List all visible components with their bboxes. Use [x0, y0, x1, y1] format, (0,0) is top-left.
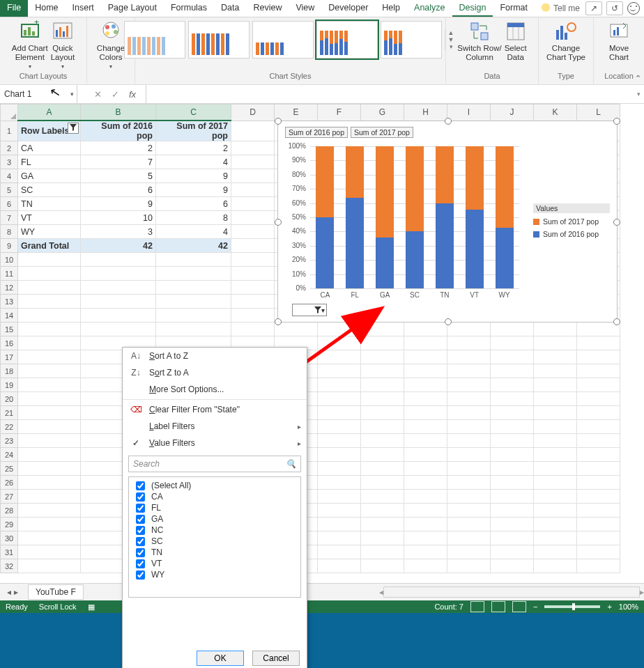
cell[interactable] [447, 323, 491, 336]
cell[interactable]: 9 [156, 169, 231, 183]
cell[interactable] [361, 545, 404, 559]
cell[interactable] [361, 323, 404, 336]
cell[interactable] [18, 281, 81, 295]
cell[interactable] [361, 336, 404, 350]
view-normal-icon[interactable] [470, 601, 484, 612]
cell[interactable]: VT [18, 211, 81, 225]
cell[interactable] [404, 434, 447, 448]
cell[interactable] [577, 518, 620, 531]
row-header[interactable]: 16 [1, 336, 18, 350]
sort-a-to-z[interactable]: A↓Sort A to Z [123, 348, 307, 364]
cell[interactable] [231, 225, 275, 239]
cell[interactable] [577, 531, 620, 545]
cell[interactable]: CA [18, 141, 81, 155]
cell[interactable] [577, 323, 620, 336]
filter-cancel-button[interactable]: Cancel [252, 651, 300, 666]
cell[interactable] [534, 504, 577, 518]
cell[interactable] [577, 434, 620, 448]
cell[interactable] [447, 448, 491, 462]
zoom-in-icon[interactable]: + [607, 603, 611, 611]
cell[interactable] [577, 545, 620, 559]
resize-handle[interactable] [613, 118, 620, 125]
column-header[interactable]: C [156, 104, 231, 121]
cell[interactable] [577, 448, 620, 462]
cell[interactable] [361, 378, 404, 392]
cell[interactable] [534, 462, 577, 476]
cell[interactable]: GA [18, 169, 81, 183]
cell[interactable]: 2 [156, 141, 231, 155]
cell[interactable] [231, 141, 275, 155]
cell[interactable] [491, 378, 534, 392]
accept-formula-icon[interactable]: ✓ [112, 89, 119, 100]
cell[interactable] [18, 364, 81, 378]
cell[interactable] [318, 462, 361, 476]
cell[interactable] [404, 364, 447, 378]
filter-item[interactable]: SC [133, 536, 296, 547]
column-header[interactable]: L [577, 104, 620, 121]
row-header[interactable]: 32 [1, 559, 18, 573]
cell[interactable] [18, 336, 81, 350]
cell[interactable] [361, 490, 404, 504]
move-chart-button[interactable]: Move Chart [608, 20, 630, 62]
filter-item[interactable]: VT [133, 558, 296, 569]
cell[interactable] [534, 378, 577, 392]
cell[interactable] [18, 448, 81, 462]
resize-handle[interactable] [445, 118, 452, 125]
cell[interactable] [491, 406, 534, 420]
cell[interactable] [231, 253, 275, 267]
cell[interactable] [18, 406, 81, 420]
value-filters[interactable]: ✓Value Filters▸ [123, 435, 307, 451]
cell[interactable] [534, 476, 577, 490]
cell[interactable]: 9 [81, 197, 156, 211]
row-header[interactable]: 6 [1, 197, 18, 211]
cell[interactable] [491, 448, 534, 462]
row-header[interactable]: 8 [1, 225, 18, 239]
cell[interactable] [231, 211, 275, 225]
row-header[interactable]: 19 [1, 378, 18, 392]
cell[interactable] [577, 392, 620, 406]
column-header[interactable]: D [231, 104, 275, 121]
cell[interactable] [491, 490, 534, 504]
formula-input[interactable] [146, 85, 633, 103]
cell[interactable] [404, 518, 447, 531]
cell[interactable] [81, 267, 156, 281]
cell[interactable] [404, 392, 447, 406]
tab-review[interactable]: Review [246, 0, 289, 17]
row-header[interactable]: 12 [1, 281, 18, 295]
cell[interactable] [18, 559, 81, 573]
column-header[interactable]: B [81, 104, 156, 121]
cell[interactable] [534, 350, 577, 364]
cell[interactable]: 5 [81, 169, 156, 183]
cell[interactable] [491, 545, 534, 559]
chart-style-2[interactable] [188, 21, 250, 59]
row-header[interactable]: 11 [1, 267, 18, 281]
cell[interactable] [156, 253, 231, 267]
cell[interactable] [18, 504, 81, 518]
cell[interactable] [18, 350, 81, 364]
resize-handle[interactable] [275, 318, 282, 325]
select-data-button[interactable]: Select Data [505, 20, 527, 62]
column-header[interactable]: K [534, 104, 577, 121]
row-header[interactable]: 25 [1, 462, 18, 476]
filter-search-input[interactable]: Search🔍 [128, 456, 301, 472]
cell[interactable] [447, 518, 491, 531]
cell[interactable] [361, 504, 404, 518]
cell[interactable]: 2 [81, 141, 156, 155]
cell[interactable] [404, 490, 447, 504]
cell[interactable] [404, 323, 447, 336]
cell[interactable]: Sum of 2016 pop [81, 121, 156, 141]
row-header[interactable]: 4 [1, 169, 18, 183]
row-header[interactable]: 2 [1, 141, 18, 155]
cell[interactable] [231, 121, 275, 141]
cell[interactable] [231, 295, 275, 309]
filter-checkbox[interactable] [136, 570, 145, 580]
cell[interactable] [318, 448, 361, 462]
cell[interactable] [577, 490, 620, 504]
cell[interactable] [491, 420, 534, 434]
cell[interactable]: 8 [156, 211, 231, 225]
row-header[interactable]: 24 [1, 448, 18, 462]
column-header[interactable]: F [318, 104, 361, 121]
cell[interactable] [491, 476, 534, 490]
cell[interactable] [577, 378, 620, 392]
cell[interactable] [404, 448, 447, 462]
